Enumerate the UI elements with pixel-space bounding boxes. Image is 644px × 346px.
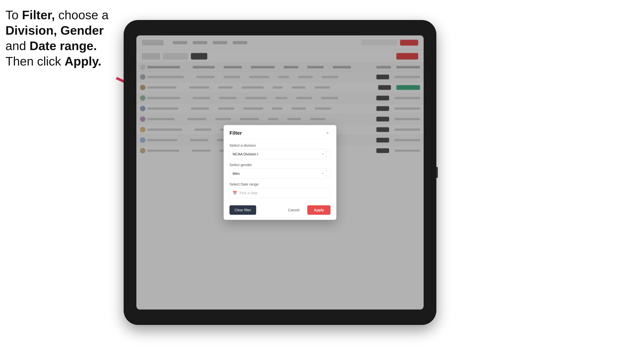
- gender-label: Select gender: [230, 163, 330, 167]
- date-label: Select Date range: [230, 182, 330, 186]
- division-controls: × ⌃⌄: [322, 151, 328, 158]
- tablet-screen: Filter × Select a division NCAA Division…: [136, 35, 424, 310]
- gender-controls: × ⌃⌄: [322, 170, 328, 177]
- division-clear-icon[interactable]: ×: [322, 152, 324, 156]
- gender-value: Men: [232, 172, 240, 176]
- bold-filter: Filter,: [22, 8, 55, 22]
- gender-clear-icon[interactable]: ×: [322, 172, 324, 175]
- gender-select[interactable]: Men × ⌃⌄: [230, 169, 330, 179]
- instruction-block: To Filter, choose a Division, Gender and…: [6, 7, 108, 69]
- division-form-group: Select a division NCAA Division I × ⌃⌄: [230, 143, 330, 159]
- clear-filter-button[interactable]: Clear filter: [230, 205, 256, 215]
- division-value: NCAA Division I: [232, 152, 258, 156]
- modal-title: Filter: [230, 130, 242, 136]
- cancel-button[interactable]: Cancel: [283, 205, 304, 215]
- bold-date-range: Date range.: [30, 39, 97, 53]
- division-chevron-icon: ⌃⌄: [325, 151, 328, 158]
- footer-right-buttons: Cancel Apply: [283, 205, 330, 215]
- calendar-icon: 📅: [232, 191, 237, 195]
- date-form-group: Select Date range 📅 Pick a date: [230, 182, 330, 198]
- bold-division-gender: Division, Gender: [6, 23, 104, 37]
- date-placeholder: Pick a date: [240, 191, 258, 195]
- modal-header: Filter ×: [224, 125, 336, 139]
- modal-close-button[interactable]: ×: [325, 130, 330, 136]
- gender-chevron-icon: ⌃⌄: [325, 170, 328, 177]
- apply-button[interactable]: Apply: [307, 205, 330, 215]
- tablet-side-notch: [436, 167, 438, 178]
- filter-modal: Filter × Select a division NCAA Division…: [224, 125, 336, 220]
- bold-apply: Apply.: [64, 54, 102, 68]
- modal-overlay: Filter × Select a division NCAA Division…: [136, 35, 424, 310]
- division-label: Select a division: [230, 143, 330, 148]
- division-select[interactable]: NCAA Division I × ⌃⌄: [230, 149, 330, 159]
- tablet-frame: Filter × Select a division NCAA Division…: [124, 20, 436, 325]
- date-input[interactable]: 📅 Pick a date: [230, 188, 330, 198]
- modal-body: Select a division NCAA Division I × ⌃⌄ S…: [224, 139, 336, 202]
- modal-footer: Clear filter Cancel Apply: [224, 202, 336, 220]
- gender-form-group: Select gender Men × ⌃⌄: [230, 163, 330, 179]
